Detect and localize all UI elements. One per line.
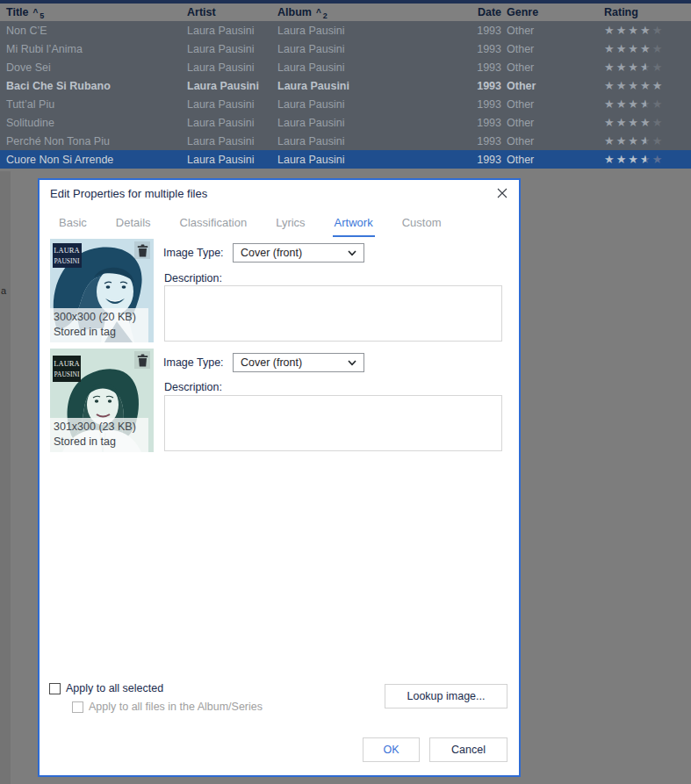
table-row[interactable]: Cuore Non Si Arrende Laura Pausini Laura… <box>0 150 691 169</box>
star-icon: ★ <box>616 43 629 54</box>
sort-order-number: 5 <box>40 11 44 20</box>
star-icon: ★ <box>604 98 616 110</box>
track-genre: Other <box>501 135 604 147</box>
track-date: 1993 <box>471 61 501 74</box>
image-type-label: Image Type: <box>163 247 224 259</box>
image-type-select-2[interactable]: Cover (front) <box>233 353 364 372</box>
track-title: Dove Sei <box>6 61 187 74</box>
album-art-thumbnail-2[interactable]: LAURA PAUSINI 301x300 (23 KB) Stored in … <box>50 349 154 452</box>
tab-lyrics[interactable]: Lyrics <box>274 216 306 237</box>
artwork-dimensions: 301x300 (23 KB) <box>54 420 148 435</box>
background-text-fragment: a <box>1 285 6 296</box>
table-row[interactable]: Dove Sei Laura Pausini Laura Pausini 199… <box>0 58 691 76</box>
track-date: 1993 <box>471 98 501 111</box>
track-title: Solitudine <box>6 117 187 129</box>
star-icon: ★ <box>628 117 640 128</box>
star-icon: ★ <box>652 43 665 54</box>
tab-details[interactable]: Details <box>114 216 153 237</box>
track-album: Laura Pausini <box>277 135 471 147</box>
track-date: 1993 <box>471 154 501 166</box>
track-album: Laura Pausini <box>277 61 471 74</box>
table-row[interactable]: Baci Che Si Rubano Laura Pausini Laura P… <box>0 76 691 95</box>
artwork-storage: Stored in tag <box>54 325 148 340</box>
image-type-label: Image Type: <box>163 356 224 369</box>
chevron-down-icon <box>348 247 356 259</box>
track-album: Laura Pausini <box>277 117 471 129</box>
rating-stars[interactable]: ★★★★★ <box>604 43 691 54</box>
description-input-1[interactable] <box>164 285 502 342</box>
column-header-album[interactable]: Album^2 <box>277 6 471 18</box>
cancel-button[interactable]: Cancel <box>429 737 507 762</box>
column-header-title[interactable]: Title^5 <box>6 6 187 18</box>
artwork-storage: Stored in tag <box>54 435 148 450</box>
track-artist: Laura Pausini <box>187 154 277 166</box>
sort-ascending-icon: ^ <box>316 8 321 18</box>
star-icon: ★ <box>616 25 629 36</box>
ok-button[interactable]: OK <box>363 737 420 762</box>
dialog-title: Edit Properties for multiple files <box>50 187 207 200</box>
track-genre: Other <box>501 154 604 166</box>
artwork-caption: 300x300 (20 KB) Stored in tag <box>50 308 148 342</box>
star-icon: ★ <box>604 25 616 36</box>
edit-properties-dialog: Edit Properties for multiple files Basic… <box>38 178 521 777</box>
track-title: Perché Non Tona Piu <box>6 135 187 147</box>
table-row[interactable]: Perché Non Tona Piu Laura Pausini Laura … <box>0 132 691 150</box>
star-icon: ★ <box>652 135 665 147</box>
close-icon[interactable] <box>494 185 510 201</box>
delete-artwork-icon[interactable] <box>134 241 150 259</box>
column-header-rating[interactable]: Rating <box>604 7 691 18</box>
apply-album-series-checkbox[interactable] <box>72 701 83 713</box>
table-row[interactable]: Mi Rubi l’Anima Laura Pausini Laura Paus… <box>0 40 691 58</box>
tab-custom[interactable]: Custom <box>400 216 443 237</box>
star-icon: ★ <box>628 98 640 110</box>
track-album: Laura Pausini <box>277 154 471 166</box>
column-header-genre[interactable]: Genre <box>501 6 604 18</box>
apply-all-selected-label: Apply to all selected <box>66 682 163 694</box>
track-genre: Other <box>501 43 604 55</box>
sort-order-number: 2 <box>323 11 328 20</box>
track-date: 1993 <box>471 25 501 37</box>
delete-artwork-icon[interactable] <box>134 351 150 369</box>
artwork-caption: 301x300 (23 KB) Stored in tag <box>50 418 148 452</box>
rating-stars[interactable]: ★★★★★★ <box>604 61 691 73</box>
rating-stars[interactable]: ★★★★★ <box>604 25 691 36</box>
artwork-dimensions: 300x300 (20 KB) <box>54 310 148 325</box>
column-header-artist[interactable]: Artist <box>187 6 277 18</box>
album-art-thumbnail-1[interactable]: LAURA PAUSINI 300x300 (20 KB) Stored in … <box>50 239 154 342</box>
rating-stars[interactable]: ★★★★★★ <box>604 154 691 165</box>
star-icon: ★ <box>616 135 629 147</box>
star-icon: ★ <box>628 154 640 165</box>
track-genre: Other <box>501 117 604 129</box>
track-genre: Other <box>501 80 604 92</box>
rating-stars[interactable]: ★★★★★★ <box>604 135 691 147</box>
star-icon: ★ <box>652 98 665 110</box>
image-type-select-1[interactable]: Cover (front) <box>233 243 364 263</box>
apply-all-selected-checkbox[interactable] <box>49 683 61 694</box>
track-title: Baci Che Si Rubano <box>6 80 187 92</box>
table-row[interactable]: Non C’E Laura Pausini Laura Pausini 1993… <box>0 21 691 40</box>
star-icon: ★★ <box>640 135 652 147</box>
star-icon: ★ <box>640 25 652 36</box>
tab-artwork[interactable]: Artwork <box>333 216 375 237</box>
lookup-image-button[interactable]: Lookup image... <box>385 684 507 708</box>
tab-classification[interactable]: Classification <box>178 216 249 237</box>
tab-basic[interactable]: Basic <box>57 216 89 237</box>
star-icon: ★ <box>652 61 665 73</box>
star-icon: ★★ <box>640 61 652 73</box>
table-row[interactable]: Solitudine Laura Pausini Laura Pausini 1… <box>0 113 691 132</box>
star-icon: ★ <box>640 117 652 128</box>
rating-stars[interactable]: ★★★★★★ <box>604 98 691 110</box>
column-header-date[interactable]: Date <box>471 6 501 18</box>
star-icon: ★ <box>628 80 640 91</box>
rating-stars[interactable]: ★★★★★ <box>604 117 691 128</box>
star-icon: ★ <box>652 154 665 165</box>
description-input-2[interactable] <box>164 395 502 451</box>
track-title: Cuore Non Si Arrende <box>6 154 187 166</box>
rating-stars[interactable]: ★★★★★ <box>604 80 691 91</box>
description-label: Description: <box>164 381 222 393</box>
track-genre: Other <box>501 25 604 37</box>
star-icon: ★ <box>616 98 629 110</box>
table-row[interactable]: Tutt’al Piu Laura Pausini Laura Pausini … <box>0 95 691 113</box>
track-genre: Other <box>501 61 604 74</box>
star-icon: ★ <box>652 25 665 36</box>
